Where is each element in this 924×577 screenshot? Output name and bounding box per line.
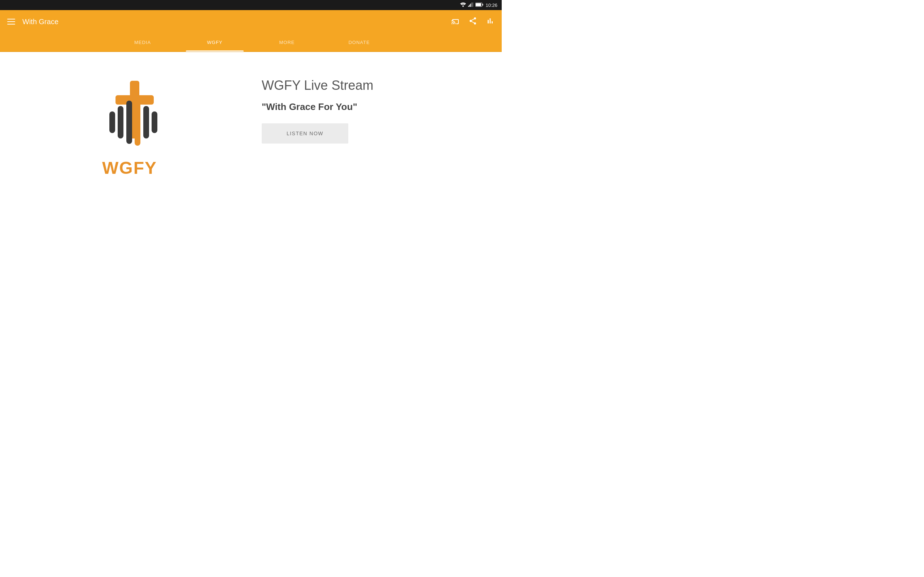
wgfy-logo: WGFY [95, 74, 174, 178]
status-icons: 10:26 [460, 3, 498, 8]
tab-donate[interactable]: DONATE [323, 33, 395, 52]
info-section: WGFY Live Stream "With Grace For You" LI… [262, 66, 473, 143]
svg-rect-15 [143, 106, 149, 139]
tab-more[interactable]: MORE [251, 33, 323, 52]
svg-text:WGFY: WGFY [102, 158, 157, 177]
svg-rect-4 [472, 3, 472, 7]
tab-bar: MEDIA WGFY MORE DONATE [0, 33, 502, 52]
svg-rect-3 [470, 3, 471, 7]
svg-rect-5 [472, 3, 473, 7]
status-time: 10:26 [485, 3, 498, 8]
stream-title: WGFY Live Stream [262, 77, 473, 94]
tab-wgfy[interactable]: WGFY [179, 33, 251, 52]
cast-icon[interactable] [451, 16, 460, 27]
svg-rect-8 [476, 3, 481, 6]
listen-now-label: LISTEN NOW [287, 131, 323, 136]
svg-rect-16 [152, 111, 157, 133]
status-bar: 10:26 [0, 0, 502, 10]
svg-rect-1 [468, 6, 469, 7]
app-bar-left: With Grace [7, 18, 58, 26]
svg-rect-14 [135, 99, 141, 146]
share-icon[interactable] [468, 16, 477, 27]
svg-rect-11 [109, 111, 115, 133]
battery-icon [475, 3, 483, 8]
logo-graphic [95, 74, 174, 153]
wifi-icon [460, 3, 466, 8]
main-content: WGFY WGFY Live Stream "With Grace For Yo… [0, 52, 502, 309]
app-bar: With Grace [0, 10, 502, 33]
app-title: With Grace [23, 18, 58, 26]
stream-subtitle: "With Grace For You" [262, 102, 473, 113]
menu-button[interactable] [7, 19, 15, 24]
logo-text: WGFY [99, 156, 171, 178]
svg-rect-2 [469, 5, 470, 7]
svg-rect-7 [483, 3, 483, 5]
svg-point-0 [462, 5, 464, 7]
svg-rect-12 [118, 106, 123, 139]
tab-media[interactable]: MEDIA [107, 33, 179, 52]
chart-icon[interactable] [486, 16, 494, 27]
svg-rect-13 [126, 101, 132, 144]
listen-now-button[interactable]: LISTEN NOW [262, 123, 348, 143]
app-bar-right [451, 16, 494, 27]
logo-section: WGFY [29, 66, 240, 178]
signal-icon [468, 3, 473, 8]
